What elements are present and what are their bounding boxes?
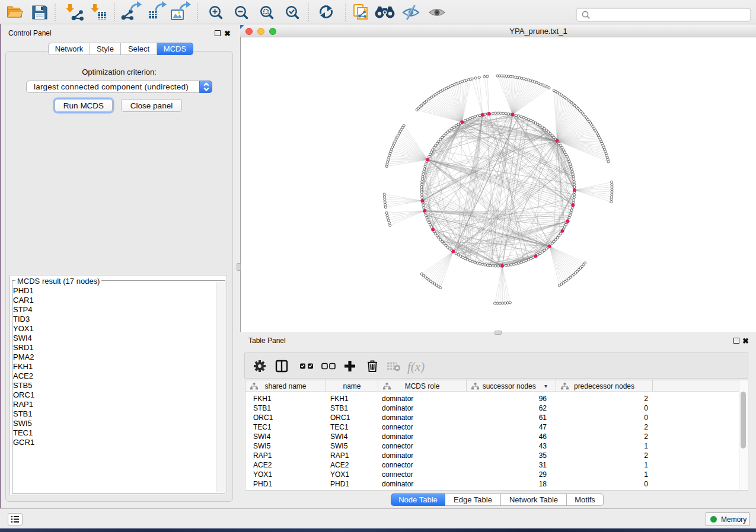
svg-text:f(x): f(x) (407, 360, 425, 374)
